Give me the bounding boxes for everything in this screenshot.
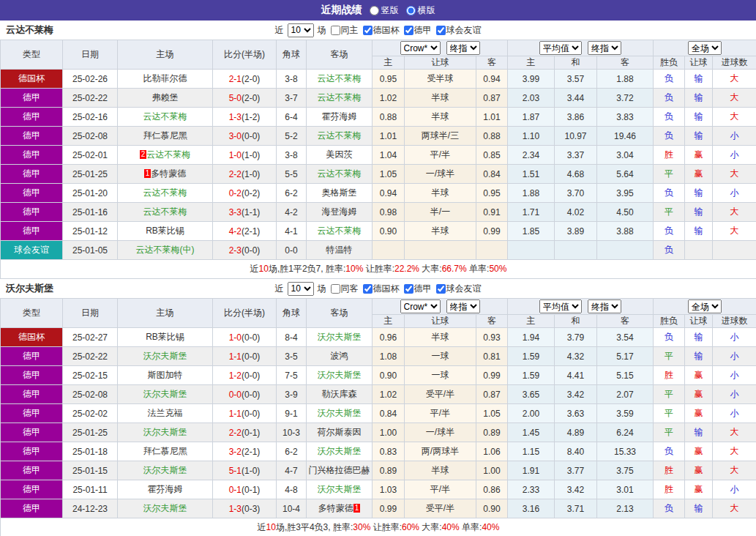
vertical-radio[interactable]	[370, 6, 379, 15]
col-header-goals: 进球数	[713, 56, 756, 70]
layout-option-vertical[interactable]: 竖版	[370, 4, 399, 17]
euro-stage-select[interactable]: 终指	[588, 299, 621, 313]
summary-text: 近10场,胜3平4负3, 胜率:30% 让胜率:60% 大率:40% 单率:40…	[1, 518, 756, 536]
cell-asian-away-odds: 1.06	[476, 442, 508, 461]
cell-date: 25-01-18	[63, 442, 118, 461]
cell-result-goals: 小	[713, 328, 756, 347]
col-header-corner: 角球	[277, 40, 307, 70]
cup-option[interactable]: 德国杯	[363, 24, 400, 37]
cup-checkbox[interactable]	[363, 284, 373, 294]
red-card-badge: 1	[144, 169, 151, 178]
asian-odds-header: Crow*终指	[373, 40, 508, 56]
cell-competition: 德国杯	[1, 70, 63, 89]
cell-score: 2-1(2-0)	[213, 70, 277, 89]
cell-asian-home-odds: 0.90	[373, 222, 405, 241]
same-venue-checkbox[interactable]	[331, 26, 340, 35]
friendly-option[interactable]: 球会友谊	[436, 283, 482, 295]
asian-bookmaker-select[interactable]: Crow*	[400, 41, 441, 55]
cell-euro-away-odds: 3.54	[597, 328, 654, 347]
cell-euro-home-odds: 1.71	[508, 203, 555, 222]
cell-result-goals: 大	[713, 70, 756, 89]
cell-corners: 10-4	[277, 499, 307, 518]
vertical-radio-label: 竖版	[381, 4, 399, 17]
recent-count-select[interactable]: 10	[288, 282, 314, 296]
asian-stage-select[interactable]: 终指	[446, 41, 480, 55]
cell-score: 2-3(0-0)	[213, 241, 277, 260]
cell-away-team: 沃尔夫斯堡	[307, 480, 373, 499]
col-header-away: 客场	[307, 40, 373, 70]
summary-row: 近10场,胜1平2负7, 胜率:10% 让胜率:22.2% 大率:66.7% 单…	[1, 260, 756, 279]
cup-option[interactable]: 德国杯	[363, 283, 400, 295]
fulltime-score: 4-2	[229, 226, 242, 237]
cell-away-team: 云达不莱梅	[307, 222, 373, 241]
col-header-asian-away: 客	[476, 315, 508, 328]
cell-date: 25-01-15	[63, 461, 118, 480]
friendly-checkbox[interactable]	[436, 26, 446, 35]
recent-count-select[interactable]: 10	[288, 23, 314, 37]
away-team-name: 勒沃库森	[322, 389, 357, 399]
friendly-checkbox[interactable]	[436, 284, 446, 294]
filter-controls: 近 10 场 同主 德国杯 德甲 球会友谊	[275, 23, 482, 37]
cell-away-team: 云达不莱梅	[307, 127, 373, 146]
cell-home-team: 云达不莱梅	[118, 108, 213, 127]
cell-euro-draw-odds: 10.97	[555, 127, 597, 146]
euro-bookmaker-select[interactable]: 平均值	[539, 299, 582, 313]
cell-corners: 5-5	[277, 165, 307, 184]
result-scope-select[interactable]: 全场	[688, 299, 722, 313]
cell-euro-draw-odds: 3.42	[555, 385, 597, 404]
cell-competition: 德甲	[1, 347, 63, 366]
cell-asian-home-odds	[373, 241, 405, 260]
cell-corners: 3-8	[277, 70, 307, 89]
match-row: 德甲25-01-18拜仁慕尼黑3-2(2-1)6-2沃尔夫斯堡0.83两/两球半…	[1, 442, 756, 461]
team-control-bar: 云达不莱梅 近 10 场 同主 德国杯 德甲 球会友谊	[0, 21, 756, 40]
cell-date: 25-02-16	[63, 108, 118, 127]
cell-date: 25-01-16	[63, 203, 118, 222]
cell-result-goals: 小	[713, 347, 756, 366]
cell-euro-away-odds: 5.64	[597, 165, 654, 184]
cell-competition: 德甲	[1, 461, 63, 480]
asian-bookmaker-select[interactable]: Crow*	[400, 299, 441, 313]
cell-result-goals: 小	[713, 184, 756, 203]
away-team-name: 云达不莱梅	[318, 92, 362, 103]
cell-corners: 5-2	[277, 127, 307, 146]
cell-asian-home-odds: 0.88	[373, 108, 405, 127]
cell-asian-home-odds: 1.05	[373, 165, 405, 184]
fulltime-score: 3-3	[229, 207, 242, 217]
away-team-name: 美因茨	[326, 149, 353, 160]
cell-result-handicap: 输	[685, 499, 713, 518]
cell-score: 1-1(0-0)	[213, 404, 277, 423]
cell-away-team: 海登海姆	[307, 203, 373, 222]
cell-date: 25-02-01	[63, 146, 118, 165]
horizontal-radio[interactable]	[406, 6, 416, 15]
asian-stage-select[interactable]: 终指	[446, 299, 480, 313]
home-team-name: RB莱比锡	[146, 226, 184, 236]
cell-corners: 3-8	[277, 146, 307, 165]
cell-euro-away-odds: 2.07	[597, 385, 654, 404]
red-card-badge: 1	[353, 504, 361, 513]
friendly-option[interactable]: 球会友谊	[436, 24, 482, 37]
cell-away-team: 云达不莱梅	[307, 89, 373, 108]
cell-score: 3-0(0-0)	[213, 127, 277, 146]
cell-home-team: 云达不莱梅	[118, 184, 213, 203]
col-header-asian-home: 主	[373, 56, 405, 70]
league-checkbox[interactable]	[404, 284, 413, 294]
cell-asian-handicap	[405, 241, 476, 260]
halftime-score: (1-1)	[242, 207, 260, 217]
match-row: 德甲25-02-08拜仁慕尼黑3-0(0-0)5-2云达不莱梅1.01两球半/三…	[1, 127, 756, 146]
same-venue-checkbox[interactable]	[331, 284, 340, 294]
col-header-asian-handicap: 让球	[405, 56, 476, 70]
cell-euro-home-odds: 1.85	[508, 222, 555, 241]
same-venue-option[interactable]: 同主	[331, 24, 359, 37]
layout-option-horizontal[interactable]: 横版	[406, 4, 435, 17]
euro-bookmaker-select[interactable]: 平均值	[539, 41, 582, 55]
cell-result-goals: 小	[713, 127, 756, 146]
cup-checkbox[interactable]	[363, 26, 373, 35]
halftime-score: (1-2)	[242, 112, 260, 122]
team-name: 云达不莱梅	[6, 23, 53, 37]
league-option[interactable]: 德甲	[404, 283, 432, 295]
euro-stage-select[interactable]: 终指	[588, 41, 621, 55]
league-checkbox[interactable]	[404, 26, 413, 35]
result-scope-select[interactable]: 全场	[688, 41, 722, 55]
league-option[interactable]: 德甲	[404, 24, 432, 37]
same-venue-option[interactable]: 同客	[331, 283, 359, 295]
